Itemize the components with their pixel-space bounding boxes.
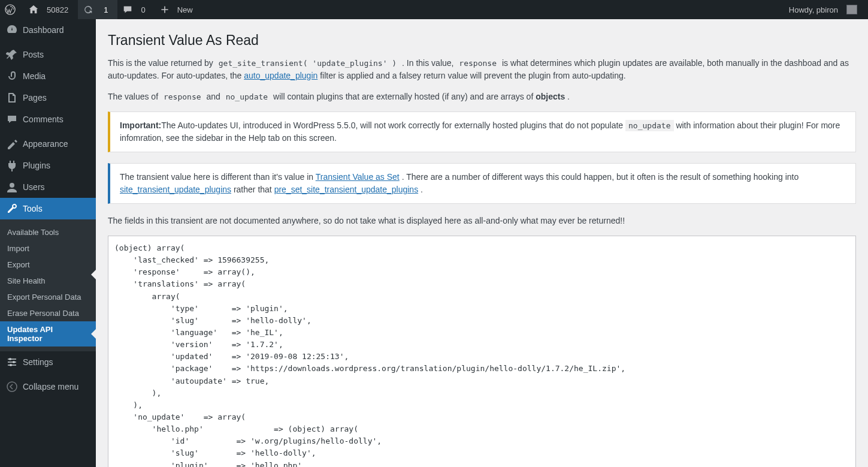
sidebar-item-label: Tools: [23, 204, 43, 213]
sidebar-item-posts[interactable]: Posts: [0, 44, 96, 65]
page-title: Transient Value As Read: [108, 32, 856, 49]
admin-bar: 50822 1 0 New Howdy, pbiron: [0, 0, 868, 19]
sidebar-item-label: Settings: [23, 357, 53, 367]
plugins-icon: [6, 159, 18, 171]
sidebar-item-users[interactable]: Users: [0, 176, 96, 198]
sub-erase-personal[interactable]: Erase Personal Data: [0, 305, 96, 321]
svg-point-5: [9, 358, 11, 360]
main-content: Transient Value As Read This is the valu…: [96, 19, 868, 467]
my-account[interactable]: Howdy, pbiron: [779, 0, 862, 19]
tools-icon: [6, 203, 18, 215]
notice-important: Important:The Auto-updates UI, introduce…: [108, 112, 856, 152]
code-get-site-transient: get_site_transient( 'update_plugins' ): [216, 58, 400, 69]
sidebar-item-label: Comments: [23, 115, 63, 124]
svg-point-7: [10, 364, 12, 366]
users-icon: [6, 181, 18, 193]
updates-count: 1: [99, 0, 113, 19]
link-site-transient-update-plugins[interactable]: site_transient_update_plugins: [120, 185, 231, 194]
link-pre-set-site-transient[interactable]: pre_set_site_transient_update_plugins: [274, 185, 419, 194]
sidebar-item-dashboard[interactable]: Dashboard: [0, 19, 96, 41]
bold-objects: objects: [536, 92, 565, 101]
svg-point-6: [13, 361, 15, 363]
site-name-link[interactable]: 50822: [23, 0, 78, 19]
collapse-icon: [6, 381, 18, 393]
sidebar-item-tools[interactable]: Tools: [0, 198, 96, 219]
updates-link[interactable]: 1: [78, 0, 117, 19]
new-label: New: [173, 0, 198, 19]
disclaimer: The fields in this transient are not doc…: [108, 215, 856, 227]
wp-logo[interactable]: [0, 0, 23, 19]
sidebar-item-label: Posts: [23, 50, 44, 59]
link-auto-update-plugin[interactable]: auto_update_plugin: [244, 71, 317, 80]
intro-paragraph-1: This is the value returned by get_site_t…: [108, 57, 856, 82]
pin-icon: [6, 49, 18, 61]
sub-export[interactable]: Export: [0, 257, 96, 273]
avatar: [846, 5, 857, 14]
sidebar-item-label: Users: [23, 182, 45, 192]
sidebar-item-label: Dashboard: [23, 25, 64, 35]
howdy-text: Howdy, pbiron: [784, 0, 843, 19]
code-no-update-2: no_update: [625, 120, 673, 131]
intro-paragraph-2: The values of response and no_update wil…: [108, 91, 856, 103]
notice-diff: The transient value here is different th…: [108, 163, 856, 204]
sub-import[interactable]: Import: [0, 240, 96, 257]
sidebar-item-settings[interactable]: Settings: [0, 351, 96, 373]
sub-export-personal[interactable]: Export Personal Data: [0, 289, 96, 305]
new-content-link[interactable]: New: [155, 0, 202, 19]
svg-point-8: [7, 382, 17, 391]
sidebar-item-media[interactable]: Media: [0, 65, 96, 87]
settings-icon: [6, 356, 18, 368]
pages-icon: [6, 92, 18, 104]
collapse-label: Collapse menu: [23, 382, 78, 391]
admin-sidebar: Dashboard Posts Media Pages Comments App…: [0, 19, 96, 467]
comments-count: 0: [136, 0, 150, 19]
code-no-update: no_update: [223, 91, 271, 103]
sidebar-item-label: Plugins: [23, 161, 50, 170]
transient-value-code[interactable]: (object) array( 'last_checked' => 159663…: [108, 236, 856, 467]
sidebar-item-label: Appearance: [23, 139, 68, 149]
notice-important-label: Important:: [120, 120, 161, 130]
sidebar-item-appearance[interactable]: Appearance: [0, 133, 96, 155]
sub-updates-api[interactable]: Updates API Inspector: [0, 321, 96, 347]
sidebar-item-pages[interactable]: Pages: [0, 87, 96, 109]
sub-available-tools[interactable]: Available Tools: [0, 224, 96, 240]
code-response-2: response: [161, 91, 204, 103]
collapse-menu[interactable]: Collapse menu: [0, 376, 96, 397]
dashboard-icon: [6, 24, 18, 36]
sidebar-item-label: Pages: [23, 93, 47, 103]
site-name: 50822: [42, 0, 73, 19]
sidebar-item-label: Media: [23, 71, 46, 81]
sub-site-health[interactable]: Site Health: [0, 273, 96, 289]
appearance-icon: [6, 138, 18, 150]
comments-link[interactable]: 0: [117, 0, 155, 19]
link-transient-value-as-set[interactable]: Transient Value as Set: [316, 172, 400, 182]
code-response: response: [456, 58, 500, 69]
comments-icon: [6, 113, 18, 125]
svg-point-1: [10, 183, 14, 188]
sidebar-item-comments[interactable]: Comments: [0, 109, 96, 130]
media-icon: [6, 70, 18, 82]
sidebar-item-plugins[interactable]: Plugins: [0, 155, 96, 176]
